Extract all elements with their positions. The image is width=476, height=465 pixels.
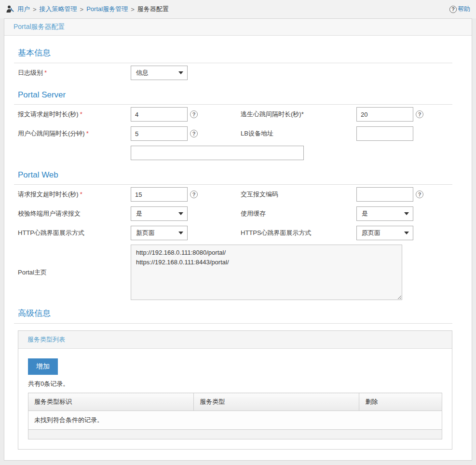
form-row-heartbeat-display: HTTP心跳界面展示方式 新页面 HTTPS心跳界面展示方式 原页面 [14, 223, 452, 243]
help-icon[interactable]: ? [416, 191, 423, 198]
lb-address-label: LB设备地址 [241, 129, 356, 138]
lb-address-input[interactable] [356, 126, 413, 141]
packet-encoding-label: 交互报文编码 [241, 190, 356, 199]
required-asterisk: * [80, 191, 82, 198]
required-asterisk: * [86, 130, 89, 137]
table-empty-row: 未找到符合条件的记录。 [28, 411, 442, 430]
section-title-portal-web: Portal Web [14, 170, 452, 185]
column-header-delete: 删除 [359, 393, 442, 411]
use-cache-selected-value: 是 [362, 209, 404, 218]
form-row-web-timeout-encoding: 请求报文超时时长(秒)* ? 交互报文编码 ? [14, 185, 452, 204]
validate-request-selected-value: 是 [136, 209, 178, 218]
escape-heartbeat-input[interactable] [356, 107, 413, 122]
help-icon[interactable]: ? [190, 191, 198, 198]
breadcrumb-item-portal-service[interactable]: Portal服务管理 [86, 5, 128, 14]
web-request-timeout-input[interactable] [131, 187, 188, 202]
section-title-advanced-info: 高级信息 [14, 308, 452, 324]
portal-home-label: Portal主页 [18, 268, 131, 277]
service-type-table: 服务类型标识 服务类型 删除 未找到符合条件的记录。 [28, 393, 442, 430]
dropdown-arrow-icon [178, 232, 183, 234]
help-icon[interactable]: ? [190, 110, 198, 118]
required-asterisk: * [301, 110, 304, 118]
form-row-validate-cache: 校验终端用户请求报文 是 使用缓存 是 [14, 204, 452, 223]
section-title-portal-server: Portal Server [14, 90, 452, 105]
log-level-selected-value: 信息 [136, 68, 178, 77]
column-header-service-type: 服务类型 [194, 393, 359, 411]
breadcrumb-item-access-policy[interactable]: 接入策略管理 [40, 5, 77, 14]
packet-encoding-input[interactable] [356, 187, 413, 202]
portal-home-textarea[interactable]: http://192.168.0.111:8080/portal/ https:… [131, 245, 402, 300]
dropdown-arrow-icon [178, 71, 183, 74]
log-level-select[interactable]: 信息 [131, 66, 188, 80]
user-settings-icon [6, 5, 14, 14]
https-heartbeat-display-select[interactable]: 原页面 [356, 226, 413, 240]
form-row-heartbeat-lb: 用户心跳间隔时长(分钟)* ? LB设备地址 [14, 124, 452, 143]
section-title-basic-info: 基本信息 [14, 47, 452, 63]
breadcrumb-separator: > [80, 6, 84, 13]
table-header-row: 服务类型标识 服务类型 删除 [28, 393, 442, 411]
escape-heartbeat-label: 逃生心跳间隔时长(秒)* [241, 110, 356, 119]
form-row-log-level: 日志级别* 信息 [14, 63, 452, 82]
help-icon[interactable]: ? [190, 130, 198, 137]
request-timeout-label: 报文请求超时时长(秒)* [18, 110, 131, 119]
add-button[interactable]: 增加 [28, 358, 58, 375]
http-heartbeat-display-label: HTTP心跳界面展示方式 [18, 229, 131, 237]
record-count-text: 共有0条记录。 [28, 380, 442, 388]
column-header-service-type-id: 服务类型标识 [28, 393, 194, 411]
breadcrumb-separator: > [33, 6, 37, 13]
required-asterisk: * [44, 69, 47, 76]
user-heartbeat-input[interactable] [131, 126, 188, 141]
help-icon[interactable]: ? [416, 110, 423, 118]
portal-server-config-panel: Portal服务器配置 基本信息 日志级别* 信息 Portal Server … [4, 18, 472, 461]
dropdown-arrow-icon [404, 232, 409, 234]
https-heartbeat-display-label: HTTPS心跳界面展示方式 [241, 229, 356, 237]
table-empty-message: 未找到符合条件的记录。 [28, 411, 442, 430]
dropdown-arrow-icon [404, 212, 409, 215]
http-heartbeat-display-select[interactable]: 新页面 [131, 226, 188, 240]
use-cache-label: 使用缓存 [241, 209, 356, 218]
use-cache-select[interactable]: 是 [356, 206, 413, 221]
help-label: 帮助 [458, 5, 470, 14]
log-level-label: 日志级别* [18, 68, 131, 77]
form-row-timeouts: 报文请求超时时长(秒)* ? 逃生心跳间隔时长(秒)* ? [14, 105, 452, 124]
request-timeout-input[interactable] [131, 107, 188, 122]
web-request-timeout-label: 请求报文超时时长(秒)* [18, 190, 131, 199]
service-type-list-title: 服务类型列表 [18, 331, 452, 349]
help-link[interactable]: ? 帮助 [449, 5, 470, 14]
https-heartbeat-display-selected-value: 原页面 [362, 229, 404, 237]
validate-request-select[interactable]: 是 [131, 206, 188, 221]
lb-address-list-input[interactable] [131, 146, 304, 160]
service-type-list-panel: 服务类型列表 增加 共有0条记录。 服务类型标识 服务类型 删除 未找到符合条件 [18, 330, 452, 450]
breadcrumb-item-server-config: 服务器配置 [137, 5, 169, 14]
form-row-portal-home: Portal主页 http://192.168.0.111:8080/porta… [14, 245, 452, 300]
breadcrumb-separator: > [131, 6, 135, 13]
help-icon: ? [449, 6, 457, 13]
table-footer-bar [28, 430, 442, 439]
footer-action-bar: 确定 [0, 461, 476, 465]
user-heartbeat-label: 用户心跳间隔时长(分钟)* [18, 129, 131, 138]
panel-title: Portal服务器配置 [4, 19, 472, 36]
http-heartbeat-display-selected-value: 新页面 [136, 229, 178, 237]
required-asterisk: * [80, 110, 82, 118]
dropdown-arrow-icon [178, 212, 183, 215]
breadcrumb: 用户 > 接入策略管理 > Portal服务管理 > 服务器配置 ? 帮助 [0, 0, 476, 18]
form-row-lb-address-list [14, 143, 452, 163]
breadcrumb-item-users[interactable]: 用户 [17, 5, 30, 14]
validate-request-label: 校验终端用户请求报文 [18, 209, 131, 218]
